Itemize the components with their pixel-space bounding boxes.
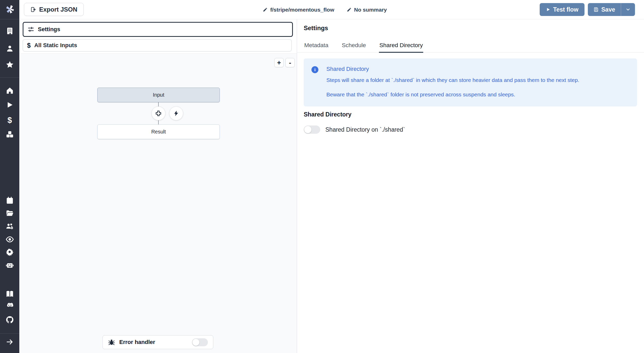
tab-shared-directory[interactable]: Shared Directory [379, 39, 423, 52]
app-sidebar: $ [0, 0, 19, 353]
toggle-knob [304, 126, 311, 133]
robot-icon[interactable] [0, 261, 19, 269]
zoom-out-button[interactable]: - [285, 58, 295, 67]
input-node[interactable]: Input [97, 88, 220, 102]
sidebar-divider [0, 77, 19, 78]
settings-tabs: Metadata Schedule Shared Directory [297, 39, 644, 53]
info-icon-glyph: i [314, 67, 316, 72]
star-icon[interactable] [0, 61, 19, 69]
export-json-button[interactable]: Export JSON [24, 3, 84, 16]
flow-path[interactable]: f/stripe/momentous_flow [263, 7, 334, 13]
info-icon: i [311, 66, 318, 73]
save-label: Save [601, 6, 615, 13]
error-handler-box[interactable]: Error handler [103, 335, 213, 349]
tab-shared-directory-label: Shared Directory [379, 42, 423, 48]
result-node[interactable]: Result [97, 124, 220, 139]
cubes-icon[interactable] [0, 130, 19, 138]
pencil-icon [263, 7, 268, 12]
add-step-button[interactable] [151, 106, 165, 120]
user-icon[interactable] [0, 45, 19, 52]
info-line-1: Steps will share a folder at `./shared` … [326, 77, 629, 83]
book-icon[interactable] [0, 290, 19, 298]
shared-directory-info-box: i Shared Directory Steps will share a fo… [304, 58, 637, 106]
flow-summary-label: No summary [354, 7, 387, 13]
save-button-group: Save [588, 3, 635, 16]
error-handler-toggle[interactable] [192, 338, 208, 346]
sliders-icon [28, 26, 34, 33]
flow-path-label: f/stripe/momentous_flow [270, 7, 334, 13]
settings-panel-title: Settings [304, 24, 328, 32]
input-node-label: Input [153, 92, 164, 98]
arrow-right-icon[interactable] [0, 338, 19, 346]
home-icon[interactable] [0, 87, 19, 94]
tab-metadata[interactable]: Metadata [304, 39, 329, 52]
calendar-icon[interactable] [0, 197, 19, 204]
test-flow-button[interactable]: Test flow [540, 3, 584, 16]
tab-schedule[interactable]: Schedule [341, 39, 367, 52]
eye-icon[interactable] [0, 235, 19, 243]
windmill-logo[interactable] [0, 4, 19, 15]
lightning-bolt-icon [173, 110, 179, 116]
bug-icon [108, 339, 115, 346]
flow-summary[interactable]: No summary [347, 7, 387, 13]
play-icon[interactable] [0, 101, 19, 108]
flow-settings-label: Settings [38, 26, 60, 33]
flow-path-group: f/stripe/momentous_flow No summary [263, 0, 387, 19]
building-icon[interactable] [0, 27, 19, 35]
sidebar-divider [0, 19, 19, 19]
shared-directory-toggle-row: Shared Directory on `./shared` [304, 125, 405, 134]
zoom-out-label: - [289, 59, 291, 66]
user-group-gear-icon[interactable] [0, 222, 19, 230]
gear-icon[interactable] [0, 248, 19, 256]
flow-settings-box[interactable]: Settings [23, 22, 293, 37]
zoom-in-label: + [277, 59, 281, 66]
shared-directory-toggle[interactable] [304, 125, 320, 134]
shared-directory-section-title: Shared Directory [304, 111, 351, 118]
all-static-inputs-box[interactable]: $ All Static Inputs [23, 39, 292, 52]
chevron-down-icon [625, 7, 631, 12]
flow-editor-canvas: Settings $ All Static Inputs + - Input R… [19, 19, 297, 353]
sidebar-divider [0, 333, 19, 334]
info-title: Shared Directory [326, 66, 629, 72]
flow-editor-header: Settings $ All Static Inputs [19, 19, 297, 54]
all-static-inputs-label: All Static Inputs [34, 42, 77, 49]
info-line-2: Beware that the `./shared` folder is not… [326, 91, 629, 98]
save-button[interactable]: Save [588, 3, 621, 16]
dollar-glyph: $ [7, 116, 12, 125]
shared-directory-toggle-label: Shared Directory on `./shared` [325, 126, 405, 133]
file-export-icon [30, 7, 36, 12]
pencil-icon [347, 7, 352, 12]
plus-cross-icon [155, 110, 162, 117]
error-handler-label: Error handler [119, 339, 155, 346]
tab-schedule-label: Schedule [342, 42, 366, 48]
play-icon [546, 7, 550, 12]
dollar-icon[interactable]: $ [0, 116, 19, 125]
export-json-label: Export JSON [39, 6, 77, 13]
folder-icon[interactable] [0, 209, 19, 217]
save-dropdown-button[interactable] [621, 3, 635, 16]
github-icon[interactable] [0, 316, 19, 324]
save-icon [594, 7, 599, 12]
trigger-button[interactable] [169, 106, 183, 120]
tab-metadata-label: Metadata [304, 42, 328, 48]
toggle-knob [192, 339, 199, 346]
settings-panel: Settings Metadata Schedule Shared Direct… [297, 19, 644, 353]
result-node-label: Result [151, 129, 166, 135]
dollar-icon: $ [27, 42, 31, 49]
zoom-in-button[interactable]: + [274, 58, 284, 67]
test-flow-label: Test flow [553, 6, 578, 13]
top-bar: Export JSON f/stripe/momentous_flow No s… [19, 0, 644, 19]
topbar-actions: Test flow Save [540, 3, 635, 16]
discord-icon[interactable] [0, 302, 19, 309]
